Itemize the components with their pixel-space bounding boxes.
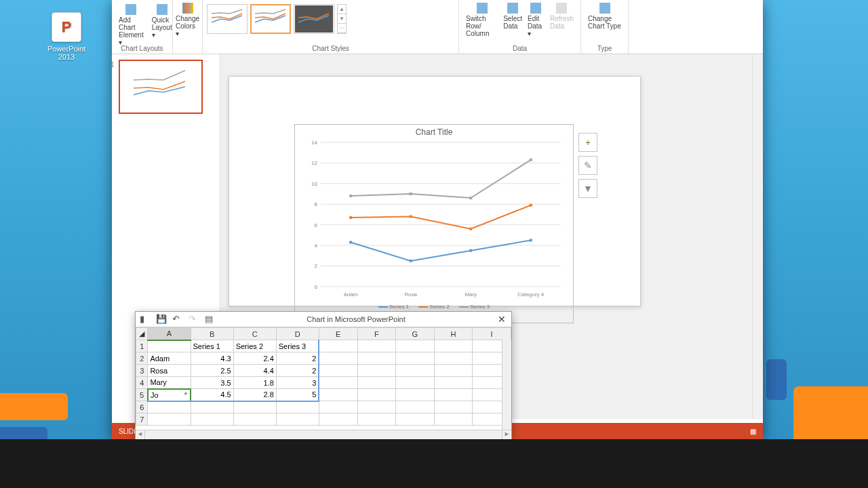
cell-B5[interactable]: 4.5 xyxy=(191,389,233,401)
cell-E2[interactable] xyxy=(319,352,357,365)
cell-B6[interactable] xyxy=(191,401,233,413)
chart-filter-button[interactable]: ▼ xyxy=(578,179,597,198)
cell-D3[interactable]: 2 xyxy=(276,365,319,377)
col-header-E[interactable]: E xyxy=(319,328,357,340)
cell-H5[interactable] xyxy=(434,389,473,401)
col-header-A[interactable]: A xyxy=(148,328,191,340)
cell-F7[interactable] xyxy=(357,413,396,426)
cell-F4[interactable] xyxy=(357,377,396,389)
cell-C2[interactable]: 2.4 xyxy=(233,352,276,365)
chart-styles-button[interactable]: ✎ xyxy=(578,156,597,175)
slide[interactable]: Chart Title 02468101214AdamRosaMaryCateg… xyxy=(229,76,641,306)
datasheet-titlebar[interactable]: ▮ 💾 ↶ ↷ ▤ Chart in Microsoft PowerPoint … xyxy=(136,312,511,327)
slide-thumbnail-1[interactable]: 1 xyxy=(119,60,203,114)
cell-D1[interactable]: Series 3 xyxy=(276,340,319,352)
cell-G4[interactable] xyxy=(396,377,435,389)
col-header-I[interactable]: I xyxy=(473,328,511,340)
cell-F5[interactable] xyxy=(357,389,396,401)
datasheet-hscroll[interactable]: ◄► xyxy=(136,430,511,439)
col-header-H[interactable]: H xyxy=(434,328,473,340)
cell-A5[interactable]: Jo✦ xyxy=(148,389,191,401)
change-colors-button[interactable]: Change Colors ▾ xyxy=(177,1,198,41)
row-header-3[interactable]: 3 xyxy=(136,365,148,377)
cell-E7[interactable] xyxy=(319,413,357,426)
change-chart-type-button[interactable]: Change Chart Type xyxy=(585,1,624,41)
cell-A1[interactable] xyxy=(148,340,191,352)
datasheet-grid[interactable]: ◢ABCDEFGHI1Series 1Series 2Series 32Adam… xyxy=(136,327,511,430)
cell-B7[interactable] xyxy=(191,413,233,426)
col-header-G[interactable]: G xyxy=(396,328,435,340)
cell-F2[interactable] xyxy=(357,352,396,365)
cell-E3[interactable] xyxy=(319,365,357,377)
cell-E6[interactable] xyxy=(319,401,357,413)
select-data-button[interactable]: Select Data xyxy=(500,1,525,41)
view-normal-icon[interactable]: ▦ xyxy=(750,428,756,435)
col-header-C[interactable]: C xyxy=(233,328,276,340)
cell-C3[interactable]: 4.4 xyxy=(233,365,276,377)
cell-H1[interactable] xyxy=(434,340,473,352)
select-all-cell[interactable]: ◢ xyxy=(136,328,148,340)
cell-D4[interactable]: 3 xyxy=(276,377,319,389)
row-header-7[interactable]: 7 xyxy=(136,413,148,426)
cell-F3[interactable] xyxy=(357,365,396,377)
cell-E1[interactable] xyxy=(319,340,357,352)
row-header-5[interactable]: 5 xyxy=(136,389,148,401)
cell-G7[interactable] xyxy=(396,413,435,426)
row-header-6[interactable]: 6 xyxy=(136,401,148,413)
cell-B1[interactable]: Series 1 xyxy=(191,340,233,352)
row-header-2[interactable]: 2 xyxy=(136,352,148,365)
chart-container[interactable]: Chart Title 02468101214AdamRosaMaryCateg… xyxy=(294,124,574,323)
cell-G3[interactable] xyxy=(396,365,435,377)
chart-plot-area[interactable]: 02468101214AdamRosaMaryCategory 4 xyxy=(300,140,568,301)
col-header-F[interactable]: F xyxy=(357,328,396,340)
chart-style-2[interactable] xyxy=(250,4,291,34)
cell-C6[interactable] xyxy=(233,401,276,413)
cell-F6[interactable] xyxy=(357,401,396,413)
cell-D5[interactable]: 5 xyxy=(276,389,319,401)
chart-styles-scroll[interactable]: ▲▼⋯ xyxy=(337,4,347,34)
cell-G5[interactable] xyxy=(396,389,435,401)
close-button[interactable]: ✕ xyxy=(496,314,507,325)
cell-B2[interactable]: 4.3 xyxy=(191,352,233,365)
switch-row-column-button[interactable]: Switch Row/ Column xyxy=(463,1,500,41)
row-header-1[interactable]: 1 xyxy=(136,340,148,352)
quick-layout-button[interactable]: Quick Layout ▾ xyxy=(149,3,175,40)
cell-A7[interactable] xyxy=(148,413,191,426)
cell-G6[interactable] xyxy=(396,401,435,413)
cell-B4[interactable]: 3.5 xyxy=(191,377,233,389)
cell-C1[interactable]: Series 2 xyxy=(233,340,276,352)
cell-A6[interactable] xyxy=(148,401,191,413)
cell-D2[interactable]: 2 xyxy=(276,352,319,365)
vertical-scrollbar[interactable] xyxy=(752,54,763,419)
col-header-B[interactable]: B xyxy=(191,328,233,340)
cell-E4[interactable] xyxy=(319,377,357,389)
chart-style-3[interactable] xyxy=(294,4,334,34)
cell-C7[interactable] xyxy=(233,413,276,426)
cell-H3[interactable] xyxy=(434,365,473,377)
cell-A2[interactable]: Adam xyxy=(148,352,191,365)
cell-E5[interactable] xyxy=(319,389,357,401)
edit-data-button[interactable]: Edit Data ▾ xyxy=(525,1,547,41)
cell-G2[interactable] xyxy=(396,352,435,365)
cell-C4[interactable]: 1.8 xyxy=(233,377,276,389)
cell-A3[interactable]: Rosa xyxy=(148,365,191,377)
col-header-D[interactable]: D xyxy=(276,328,319,340)
add-chart-element-button[interactable]: Add Chart Element ▾ xyxy=(116,3,146,47)
cell-H2[interactable] xyxy=(434,352,473,365)
cell-D6[interactable] xyxy=(276,401,319,413)
cell-H6[interactable] xyxy=(434,401,473,413)
datasheet-vscroll[interactable] xyxy=(502,340,511,430)
cell-B3[interactable]: 2.5 xyxy=(191,365,233,377)
undo-icon[interactable]: ↶ xyxy=(172,314,183,325)
cell-A4[interactable]: Mary xyxy=(148,377,191,389)
cell-H7[interactable] xyxy=(434,413,473,426)
cell-F1[interactable] xyxy=(357,340,396,352)
cell-D7[interactable] xyxy=(276,413,319,426)
chart-style-1[interactable] xyxy=(207,4,248,34)
chart-title[interactable]: Chart Title xyxy=(295,125,573,140)
chart-elements-button[interactable]: + xyxy=(578,133,597,152)
cell-H4[interactable] xyxy=(434,377,473,389)
row-header-4[interactable]: 4 xyxy=(136,377,148,389)
cell-G1[interactable] xyxy=(396,340,435,352)
save-icon[interactable]: 💾 xyxy=(156,314,167,325)
